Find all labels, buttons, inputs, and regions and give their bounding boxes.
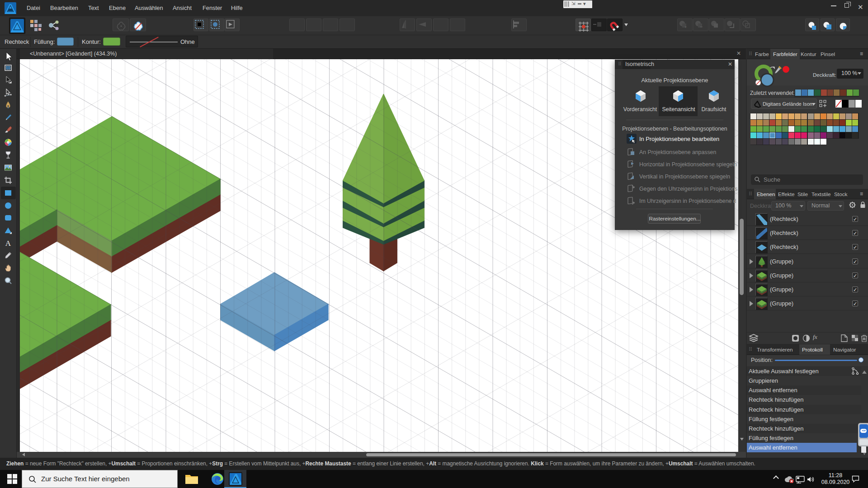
svg-text:−: − [700,24,703,29]
svg-text:+: + [684,25,687,29]
svg-text:A: A [5,239,11,247]
